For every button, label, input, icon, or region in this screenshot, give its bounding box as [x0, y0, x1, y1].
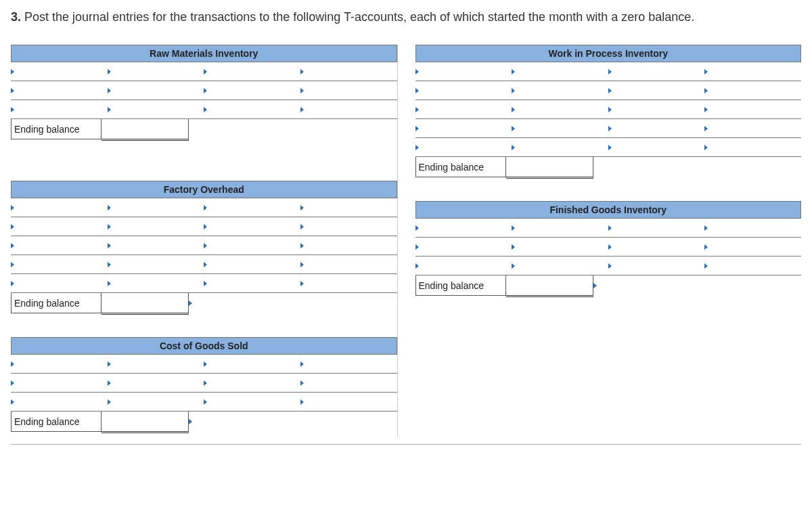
dropdown-cell[interactable]	[512, 62, 608, 81]
dropdown-cell[interactable]	[108, 393, 204, 412]
dropdown-cell[interactable]	[204, 393, 300, 412]
dropdown-cell[interactable]	[415, 219, 512, 238]
dropdown-cell[interactable]	[204, 374, 300, 393]
dropdown-cell[interactable]	[204, 100, 300, 119]
table-row	[415, 62, 802, 81]
dropdown-cell[interactable]	[300, 100, 397, 119]
account-title: Finished Goods Inventory	[415, 201, 802, 219]
dropdown-cell[interactable]	[704, 238, 801, 257]
dropdown-cell[interactable]	[204, 81, 300, 100]
dropdown-cell[interactable]	[608, 62, 705, 81]
dropdown-cell[interactable]	[108, 255, 204, 274]
dropdown-cell[interactable]	[512, 257, 608, 275]
dropdown-cell[interactable]	[189, 412, 293, 432]
dropdown-cell[interactable]	[415, 238, 512, 257]
dropdown-cell[interactable]	[108, 198, 204, 217]
dropdown-cell[interactable]	[108, 236, 204, 255]
dropdown-cell[interactable]	[11, 355, 108, 374]
dropdown-cell[interactable]	[300, 274, 397, 293]
dropdown-cell[interactable]	[11, 374, 108, 393]
dropdown-cell[interactable]	[512, 238, 608, 257]
table-row	[415, 138, 802, 157]
dropdown-cell[interactable]	[608, 119, 705, 138]
cell	[293, 293, 397, 313]
dropdown-cell[interactable]	[300, 393, 397, 412]
ending-balance-value[interactable]	[102, 293, 189, 315]
dropdown-cell[interactable]	[11, 62, 108, 81]
dropdown-cell[interactable]	[704, 219, 801, 238]
dropdown-cell[interactable]	[11, 274, 108, 293]
dropdown-cell[interactable]	[108, 217, 204, 236]
ending-balance-value[interactable]	[506, 157, 593, 179]
dropdown-cell[interactable]	[108, 374, 204, 393]
dropdown-cell[interactable]	[415, 119, 512, 138]
dropdown-cell[interactable]	[108, 62, 204, 81]
table-row	[11, 236, 397, 255]
dropdown-cell[interactable]	[11, 393, 108, 412]
ending-balance-label: Ending balance	[415, 157, 506, 177]
dropdown-cell[interactable]	[300, 81, 397, 100]
dropdown-cell[interactable]	[204, 217, 300, 236]
dropdown-cell[interactable]	[704, 100, 801, 119]
dropdown-cell[interactable]	[11, 217, 108, 236]
dropdown-cell[interactable]	[415, 100, 512, 119]
table-row	[415, 238, 802, 257]
dropdown-cell[interactable]	[608, 257, 705, 275]
dropdown-cell[interactable]	[415, 138, 512, 157]
dropdown-cell[interactable]	[608, 138, 705, 157]
dropdown-cell[interactable]	[300, 62, 397, 81]
dropdown-cell[interactable]	[704, 119, 801, 138]
dropdown-cell[interactable]	[204, 198, 300, 217]
dropdown-cell[interactable]	[108, 274, 204, 293]
dropdown-cell[interactable]	[11, 236, 108, 255]
dropdown-cell[interactable]	[415, 257, 512, 275]
dropdown-cell[interactable]	[608, 100, 705, 119]
ending-balance-value[interactable]	[102, 412, 189, 433]
dropdown-cell[interactable]	[11, 255, 108, 274]
dropdown-cell[interactable]	[608, 219, 705, 238]
dropdown-cell[interactable]	[512, 119, 608, 138]
dropdown-cell[interactable]	[608, 238, 705, 257]
dropdown-cell[interactable]	[108, 355, 204, 374]
dropdown-cell[interactable]	[512, 138, 608, 157]
dropdown-cell[interactable]	[300, 355, 397, 374]
dropdown-cell[interactable]	[204, 274, 300, 293]
question-number: 3.	[11, 10, 21, 24]
table-row	[11, 198, 397, 217]
dropdown-cell[interactable]	[512, 219, 608, 238]
dropdown-cell[interactable]	[204, 62, 300, 81]
dropdown-cell[interactable]	[512, 81, 608, 100]
dropdown-cell[interactable]	[204, 355, 300, 374]
dropdown-cell[interactable]	[704, 62, 801, 81]
cell	[697, 275, 801, 296]
dropdown-cell[interactable]	[300, 255, 397, 274]
dropdown-cell[interactable]	[704, 257, 801, 275]
dropdown-cell[interactable]	[300, 236, 397, 255]
dropdown-cell[interactable]	[189, 293, 293, 313]
dropdown-cell[interactable]	[204, 255, 300, 274]
ending-balance-value[interactable]	[102, 119, 189, 141]
right-column: Work in Process Inventory	[415, 45, 802, 301]
dropdown-cell[interactable]	[415, 81, 512, 100]
ending-balance-value[interactable]	[506, 275, 593, 297]
dropdown-cell[interactable]	[108, 81, 204, 100]
table-row	[11, 255, 397, 274]
table-row	[415, 219, 802, 238]
dropdown-cell[interactable]	[512, 100, 608, 119]
table-row	[11, 217, 397, 236]
dropdown-cell[interactable]	[11, 100, 108, 119]
dropdown-cell[interactable]	[300, 217, 397, 236]
dropdown-cell[interactable]	[608, 81, 705, 100]
t-account-factory-overhead: Factory Overhead	[11, 181, 397, 332]
dropdown-cell[interactable]	[11, 81, 108, 100]
dropdown-cell[interactable]	[108, 100, 204, 119]
dropdown-cell[interactable]	[415, 62, 512, 81]
dropdown-cell[interactable]	[300, 198, 397, 217]
dropdown-cell[interactable]	[593, 275, 698, 296]
dropdown-cell[interactable]	[704, 138, 801, 157]
dropdown-cell[interactable]	[300, 374, 397, 393]
dropdown-cell[interactable]	[704, 81, 801, 100]
dropdown-cell[interactable]	[11, 198, 108, 217]
worksheet: Raw Materials Inventory Ending bala	[11, 45, 801, 445]
dropdown-cell[interactable]	[204, 236, 300, 255]
